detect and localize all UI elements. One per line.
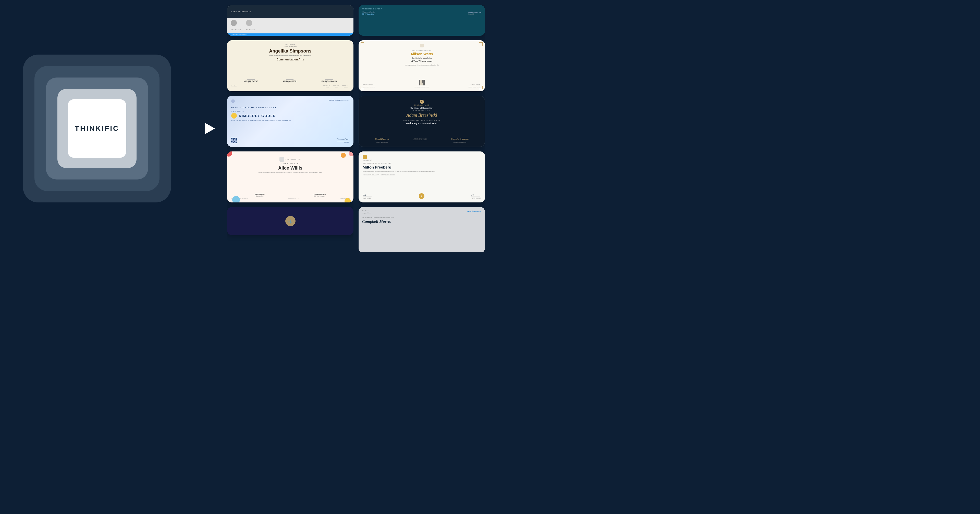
qr-cell [235,141,237,142]
adam-sig2-cursive: Gabriella Szymanska [451,138,469,140]
alice-logo [280,157,284,162]
qr-cell [233,138,234,139]
kimberly-name: KIMBERLY GOULD [239,114,276,118]
cert-card-allison[interactable]: HAS BEEN AWARDED THE Allison Watts Certi… [359,40,485,91]
allison-date: DATE OF ISSUE: XXXXXX [469,86,481,88]
qr-c [422,80,423,82]
qr-cell [234,142,235,143]
qr-cell [235,142,237,143]
kimberly-sig-row: Gustavo Sanz Instructor [231,138,349,143]
alice-footer: Serial No.: 2321-0009-8029-9821 Issue da… [231,198,350,199]
adam-sigs: Marcel Dabrowki MARCH EXAMINER ISSUING D… [363,138,480,143]
milton-sig2: Sb. [471,194,481,196]
allison-qr-grid [419,80,425,86]
adam-for: FOR ACHIEVEMENT AND EXCELLENCE IN [363,120,480,121]
fc1: MICHAEL W...Professor [323,85,331,88]
sig2-name: ANNA JACKSON [283,80,296,82]
purchase-row: ID payment Invoice 80 275 credits newmai… [362,11,481,15]
alice-issue-date: Issue date: 23 11 2021 [288,198,300,199]
cert-card-angelika[interactable]: Your Company This is to verify that Ange… [227,40,353,91]
cert-card-campbell[interactable]: Certificate of Appreciation Your Company… [359,207,485,252]
milton-dates: ORIGINAL DATE: DD/MM/YYYY CERTIFICATE ID… [363,175,481,176]
milton-sig1-area: C.a. CHAN LOPES [363,194,372,199]
footer-cols: MICHAEL W...Professor ANNA JACK...Studen… [323,85,349,88]
logo-ring-1: THINKIFIC [35,66,159,191]
cert-column-right: PURCHASE HISTORY ID payment Invoice 80 2… [359,5,485,252]
qr-cell [235,139,237,141]
cert-card-kimberly[interactable]: ONLINE LEARNING ............... CERTIFIC… [227,96,353,147]
corner-bl [361,86,364,89]
qr-c [422,83,423,86]
milton-top: YOUR COMPANY [363,155,481,161]
campbell-right: Your Company [467,210,481,215]
adam-top-icon: ✦ [363,100,480,104]
cert-card-partial-blue[interactable]: ⚓ [227,207,353,235]
kimberly-top: ONLINE LEARNING ............... [231,100,349,103]
play-button-area[interactable] [194,0,224,257]
avatar2 [246,20,252,26]
company-sm: Your Company [231,44,349,45]
left-panel: THINKIFIC [0,0,194,257]
adam-name: Adam Brzezinski [363,113,480,118]
alice-cert-label: CERTIFICATE [231,163,350,165]
qr-cell [234,141,235,142]
campbell-name: Campbell Morris [362,219,481,224]
kimberly-logo [231,100,235,103]
angelika-name: Angelika Simpsons [231,48,349,54]
milton-sig2-line [471,197,480,197]
alice-sig2: Lukasz Przybylski CEO Your Company [313,193,326,197]
cert-top: MAKE PROMOTION [227,5,353,18]
corner-tl [361,42,364,46]
this-is: This is to verify that [231,46,349,48]
fc2: ANNA JACK...Student [333,85,340,88]
adam-dates: ISSUING DATE: 1/31/202 CERTIFICATE ID: 1… [413,138,427,143]
cert-card-make-promotion[interactable]: MAKE PROMOTION Johan Rondorak Alie Rondo… [227,5,353,36]
cert-card-purchase[interactable]: PURCHASE HISTORY ID payment Invoice 80 2… [359,5,485,36]
campbell-body: has received the Certificate of Apprecia… [362,217,481,218]
logo-label: Your Logo [231,85,237,88]
adam-sig1: Marcel Dabrowki MARCH EXAMINER [375,138,390,143]
purchase-email: newmail@email.com [468,12,481,13]
allison-sig2: Camilla Jordan [471,83,481,86]
person1: Johan Rondorak [231,20,241,31]
qr-cell [231,141,232,142]
cert-card-milton[interactable]: YOUR COMPANY CERTIFICATE OF ACHIEVEMENT … [359,151,485,202]
allison-for: Certificate for completion [363,57,481,59]
purchase-title: PURCHASE HISTORY [362,8,481,10]
sig1-name: MICHAEL OWENS [244,80,258,82]
cert-card-alice[interactable]: YOUR COMPANY LOGO CERTIFICATE Alice Will… [227,151,353,202]
cert-id: Certificate Id: #0000000 [231,34,247,35]
sig-label: Instructor [337,142,349,143]
angelika-footer: Your Logo MICHAEL W...Professor ANNA JAC… [231,85,349,88]
deco-blue-circle [232,196,240,202]
allison-footer: Roman Kowalski Ca [363,80,481,86]
qr-cell [233,139,234,141]
campbell-certificate: Certificate [362,210,371,212]
allison-cert-id: CERTIFICATE ID: XXXXXX [363,86,375,88]
awarded-to: AWARDED TO [231,110,349,112]
cert-column-left: MAKE PROMOTION Johan Rondorak Alie Rondo… [227,5,353,252]
cert-card-adam[interactable]: ✦ COMPANY NAME Certificate of Recognitio… [359,96,485,147]
cert-bottom: Certificate Id: #0000000 [227,33,353,36]
qr-c [423,83,425,86]
logo-ring-2: THINKIFIC [46,78,148,179]
avatar1 [231,20,237,26]
alice-body: Lorem ipsum dolor sit amet, consectetur … [231,172,350,173]
adam-sig2-label: DANIELA OPERATOR [453,141,466,143]
milton-logo [363,155,367,159]
adam-title: Certificate of Recognition [363,107,480,109]
achievement-label: CERTIFICATE OF ACHIEVEMENT [231,106,349,109]
deco-red-circle [227,151,232,157]
qr-c [419,80,420,82]
angelika-subject: Communication Arts [231,58,349,61]
logo-container: THINKIFIC [23,55,171,202]
qr-cell [233,142,234,143]
sig2: ANNA JACKSON Student [283,79,296,84]
play-button[interactable] [200,120,218,137]
allison-ids: CERTIFICATE ID: XXXXXX CERTIFICATE NUMBE… [363,86,481,88]
milton-sigs: C.a. CHAN LOPES ★ Sb. TERRI TUCKER [363,193,481,199]
alice-sig2-role: CEO Your Company [313,195,325,197]
campbell-of: of Appreciation [362,212,371,214]
milton-achievement: CERTIFICATE OF ACHIEVEMENT [363,162,481,164]
sig-line [337,141,349,141]
